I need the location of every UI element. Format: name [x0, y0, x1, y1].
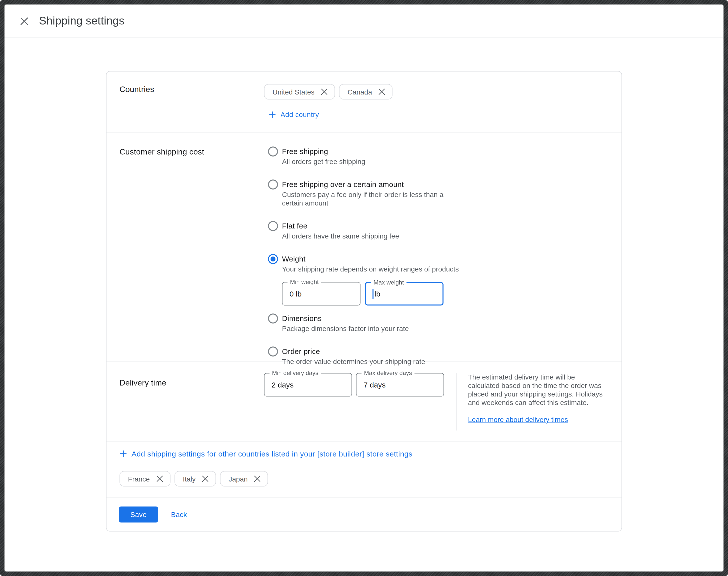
radio-button[interactable]: [268, 146, 278, 156]
option-label[interactable]: Order price: [282, 346, 425, 356]
min-weight-floating-label: Min weight: [288, 279, 321, 286]
min-weight-field[interactable]: Min weight 0 lb: [282, 282, 360, 306]
delivery-time-label: Delivery time: [119, 378, 264, 387]
close-button[interactable]: [18, 15, 30, 27]
add-shipping-settings-button[interactable]: Add shipping settings for other countrie…: [119, 450, 412, 458]
shipping-cost-label: Customer shipping cost: [119, 147, 264, 156]
option-description: All orders have the same shipping fee: [282, 232, 399, 240]
delivery-time-section: Delivery time Min delivery days 2 days M…: [107, 362, 621, 441]
max-delivery-days-field[interactable]: Max delivery days 7 days: [356, 373, 444, 397]
max-delivery-floating-label: Max delivery days: [361, 370, 414, 376]
shipping-cost-section: Customer shipping cost Free shipping All…: [107, 133, 621, 362]
max-weight-field[interactable]: Max weight lb: [365, 282, 443, 306]
option-label[interactable]: Weight: [282, 254, 459, 263]
option-description: Customers pay a fee only if their order …: [282, 191, 461, 207]
remove-country-icon[interactable]: [321, 88, 327, 95]
chip-label: Canada: [348, 88, 372, 96]
radio-option-weight: Weight Your shipping rate depends on wei…: [268, 254, 461, 303]
remove-country-icon[interactable]: [379, 88, 385, 95]
add-country-label: Add country: [281, 111, 319, 118]
vertical-divider: [457, 373, 457, 431]
dialog-header: Shipping settings: [4, 4, 724, 37]
chip-label: United States: [272, 88, 315, 96]
text-cursor: [373, 289, 374, 299]
max-weight-floating-label: Max weight: [371, 280, 406, 286]
option-label[interactable]: Flat fee: [282, 221, 399, 230]
chip-label: Italy: [183, 475, 196, 483]
dialog-footer: Save Back: [107, 497, 621, 531]
min-delivery-value: 2 days: [271, 380, 293, 389]
other-countries-chip-row: France Italy Japan: [119, 471, 621, 487]
countries-section: Countries United States Canada: [107, 71, 621, 132]
option-description: All orders get free shipping: [282, 157, 365, 166]
remove-country-icon[interactable]: [156, 476, 163, 482]
option-description: Your shipping rate depends on weight ran…: [282, 265, 459, 273]
shipping-cost-options: Free shipping All orders get free shippi…: [264, 133, 461, 362]
max-weight-value: lb: [375, 289, 380, 298]
plus-icon: [268, 111, 276, 118]
min-delivery-days-field[interactable]: Min delivery days 2 days: [264, 373, 352, 397]
add-country-button[interactable]: Add country: [268, 111, 319, 118]
min-weight-value: 0 lb: [290, 289, 301, 298]
screenshot-scaler: Shipping settings Countries United State…: [0, 0, 728, 576]
settings-card: Countries United States Canada: [106, 71, 622, 531]
delivery-help-text: The estimated delivery time will be calc…: [468, 373, 608, 407]
page-title: Shipping settings: [39, 4, 124, 37]
remove-country-icon[interactable]: [254, 476, 261, 482]
learn-more-link[interactable]: Learn more about delivery times: [468, 415, 568, 424]
remove-country-icon[interactable]: [202, 476, 209, 482]
countries-chip-row: United States Canada: [264, 84, 392, 99]
plus-icon: [119, 450, 127, 458]
chip-label: France: [128, 475, 150, 483]
country-chip-japan[interactable]: Japan: [220, 471, 268, 487]
save-button[interactable]: Save: [119, 507, 158, 522]
country-chip-france[interactable]: France: [119, 471, 170, 487]
radio-button[interactable]: [268, 179, 278, 190]
country-chip-canada[interactable]: Canada: [339, 84, 392, 99]
radio-button[interactable]: [268, 314, 278, 323]
option-description: Package dimensions factor into your rate: [282, 324, 409, 333]
option-label[interactable]: Free shipping over a certain amount: [282, 179, 461, 189]
close-icon: [20, 17, 28, 25]
countries-label: Countries: [119, 85, 264, 94]
radio-button[interactable]: [268, 221, 278, 231]
country-chip-italy[interactable]: Italy: [174, 471, 216, 487]
min-delivery-floating-label: Min delivery days: [269, 370, 321, 376]
max-delivery-value: 7 days: [363, 380, 385, 389]
radio-button[interactable]: [268, 346, 278, 356]
back-button[interactable]: Back: [168, 507, 190, 522]
radio-option-dimensions: Dimensions Package dimensions factor int…: [268, 314, 461, 333]
screenshot-frame: Shipping settings Countries United State…: [0, 0, 728, 576]
country-chip-united-states[interactable]: United States: [264, 84, 335, 99]
option-label[interactable]: Free shipping: [282, 146, 365, 156]
chip-label: Japan: [229, 475, 248, 483]
shipping-settings-dialog: Shipping settings Countries United State…: [4, 4, 724, 572]
other-countries-section: Add shipping settings for other countrie…: [107, 442, 621, 497]
radio-option-free-shipping: Free shipping All orders get free shippi…: [268, 146, 461, 166]
option-label[interactable]: Dimensions: [282, 314, 409, 323]
radio-option-free-shipping-over-amount: Free shipping over a certain amount Cust…: [268, 179, 461, 207]
radio-button[interactable]: [268, 254, 278, 264]
radio-option-flat-fee: Flat fee All orders have the same shippi…: [268, 221, 461, 240]
add-shipping-settings-label: Add shipping settings for other countrie…: [132, 450, 412, 458]
